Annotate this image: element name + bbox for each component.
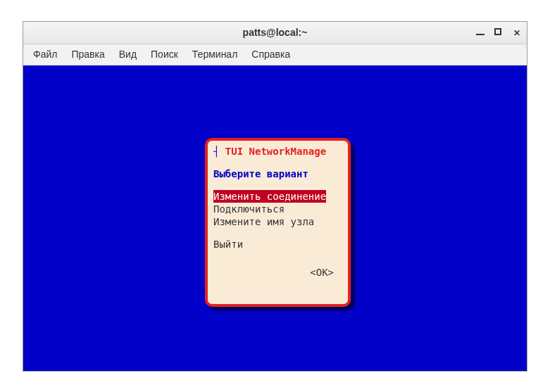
close-button[interactable] bbox=[513, 28, 521, 37]
menu-help[interactable]: Справка bbox=[244, 46, 297, 63]
titlebar: patts@local:~ bbox=[23, 22, 527, 44]
option-quit[interactable]: Выйти bbox=[213, 238, 342, 251]
option-connect[interactable]: Подключиться bbox=[213, 203, 285, 215]
tui-dialog: ┤ TUI NetworkManage Выберите вариант Изм… bbox=[205, 138, 351, 307]
minimize-button[interactable] bbox=[476, 28, 485, 37]
terminal-window: patts@local:~ Файл Правка Вид Поиск Терм… bbox=[23, 21, 527, 372]
menu-search[interactable]: Поиск bbox=[144, 46, 185, 63]
maximize-button[interactable] bbox=[494, 28, 503, 37]
menu-view[interactable]: Вид bbox=[112, 46, 144, 63]
ok-button[interactable]: <OK> bbox=[213, 266, 342, 279]
menu-file[interactable]: Файл bbox=[26, 46, 64, 63]
terminal-viewport[interactable]: ┤ TUI NetworkManage Выберите вариант Изм… bbox=[23, 65, 527, 371]
menu-edit[interactable]: Правка bbox=[64, 46, 111, 63]
dialog-options: Изменить соединение Подключиться Изменит… bbox=[213, 190, 342, 228]
menubar: Файл Правка Вид Поиск Терминал Справка bbox=[23, 44, 527, 65]
window-title: patts@local:~ bbox=[243, 27, 308, 38]
menu-terminal[interactable]: Терминал bbox=[185, 46, 244, 63]
option-change-hostname[interactable]: Измените имя узла bbox=[213, 216, 314, 227]
dialog-title-row: ┤ TUI NetworkManage bbox=[213, 145, 342, 158]
dialog-subtitle: Выберите вариант bbox=[213, 167, 342, 180]
option-edit-connection[interactable]: Изменить соединение bbox=[213, 190, 326, 203]
window-controls bbox=[476, 28, 521, 37]
dialog-title: TUI NetworkManage bbox=[225, 146, 326, 157]
